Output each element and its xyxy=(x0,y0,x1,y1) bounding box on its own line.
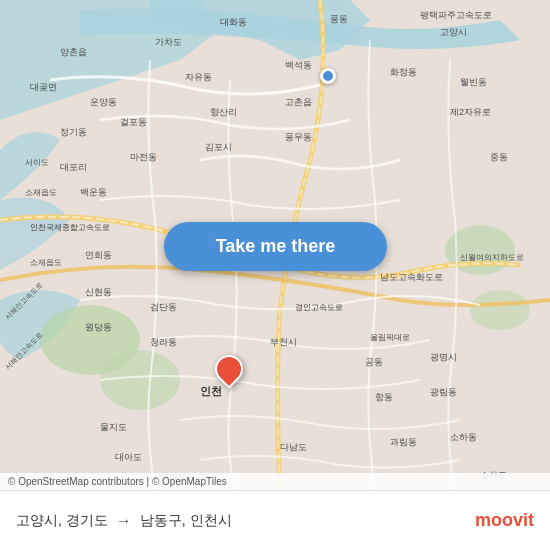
svg-text:남도고속화도로: 남도고속화도로 xyxy=(380,272,443,282)
origin-label: 고양시, 경기도 xyxy=(16,512,108,530)
svg-text:청라동: 청라동 xyxy=(150,337,177,347)
svg-text:마전동: 마전동 xyxy=(130,152,157,162)
svg-point-2 xyxy=(100,350,180,410)
svg-text:원당동: 원당동 xyxy=(85,322,112,332)
svg-text:김포시: 김포시 xyxy=(205,142,232,152)
svg-text:연희동: 연희동 xyxy=(85,250,112,260)
svg-text:자유동: 자유동 xyxy=(185,72,212,82)
svg-text:광림동: 광림동 xyxy=(430,387,457,397)
moovit-logo-text: moovit xyxy=(475,510,534,531)
svg-text:제2자유로: 제2자유로 xyxy=(450,107,491,117)
svg-text:풍동: 풍동 xyxy=(330,14,348,24)
svg-text:풍무동: 풍무동 xyxy=(285,132,312,142)
svg-text:양촌읍: 양촌읍 xyxy=(60,47,87,57)
svg-text:화정동: 화정동 xyxy=(390,67,417,77)
svg-text:운양동: 운양동 xyxy=(90,97,117,107)
svg-text:신월여의지하도로: 신월여의지하도로 xyxy=(460,253,524,262)
route-arrow-icon: → xyxy=(116,512,132,530)
svg-text:대포리: 대포리 xyxy=(60,162,87,172)
svg-text:인천국제종합고속도로: 인천국제종합고속도로 xyxy=(30,223,110,232)
svg-text:소재읍도: 소재읍도 xyxy=(30,258,62,267)
svg-text:경인고속도로: 경인고속도로 xyxy=(295,303,343,312)
svg-text:가차도: 가차도 xyxy=(155,37,182,47)
svg-text:대화동: 대화동 xyxy=(220,17,247,27)
svg-text:백운동: 백운동 xyxy=(80,187,107,197)
bottom-bar: 고양시, 경기도 → 남동구, 인천시 moovit xyxy=(0,490,550,550)
svg-text:중동: 중동 xyxy=(490,152,508,162)
route-text: 고양시, 경기도 → 남동구, 인천시 xyxy=(16,512,232,530)
svg-text:향산리: 향산리 xyxy=(210,107,237,117)
destination-pin xyxy=(215,355,243,383)
svg-text:걸포동: 걸포동 xyxy=(120,117,147,127)
map-container: 대곶면 양촌읍 가차도 대화동 풍동 평택파주고속도로 고양시 운양동 자유동 … xyxy=(0,0,550,490)
take-me-there-button[interactable]: Take me there xyxy=(164,222,387,271)
origin-pin xyxy=(320,68,336,84)
svg-point-4 xyxy=(470,290,530,330)
svg-text:평택파주고속도로: 평택파주고속도로 xyxy=(420,10,492,20)
svg-text:다남도: 다남도 xyxy=(280,442,307,452)
svg-text:백석동: 백석동 xyxy=(285,60,312,70)
svg-text:고양시: 고양시 xyxy=(440,27,467,37)
svg-text:대곶면: 대곶면 xyxy=(30,82,57,92)
svg-text:올림픽대로: 올림픽대로 xyxy=(370,333,410,342)
svg-text:광명시: 광명시 xyxy=(430,352,457,362)
map-attribution: © OpenStreetMap contributors | © OpenMap… xyxy=(0,473,550,490)
svg-text:물지도: 물지도 xyxy=(100,422,127,432)
svg-text:인천: 인천 xyxy=(200,385,222,397)
svg-text:대아도: 대아도 xyxy=(115,452,142,462)
svg-text:부천시: 부천시 xyxy=(270,337,297,347)
svg-text:소재읍도: 소재읍도 xyxy=(25,188,57,197)
svg-text:소하동: 소하동 xyxy=(450,432,477,442)
svg-text:정기동: 정기동 xyxy=(60,127,87,137)
svg-text:과림동: 과림동 xyxy=(390,437,417,447)
svg-text:공동: 공동 xyxy=(365,357,383,367)
svg-text:서이도: 서이도 xyxy=(25,158,49,167)
destination-label: 남동구, 인천시 xyxy=(140,512,232,530)
svg-text:검단동: 검단동 xyxy=(150,302,177,312)
moovit-branding: moovit xyxy=(475,510,534,531)
svg-text:고촌읍: 고촌읍 xyxy=(285,97,312,107)
svg-text:항동: 항동 xyxy=(375,392,393,402)
svg-text:신현동: 신현동 xyxy=(85,287,112,297)
svg-text:웰빈동: 웰빈동 xyxy=(460,77,487,87)
